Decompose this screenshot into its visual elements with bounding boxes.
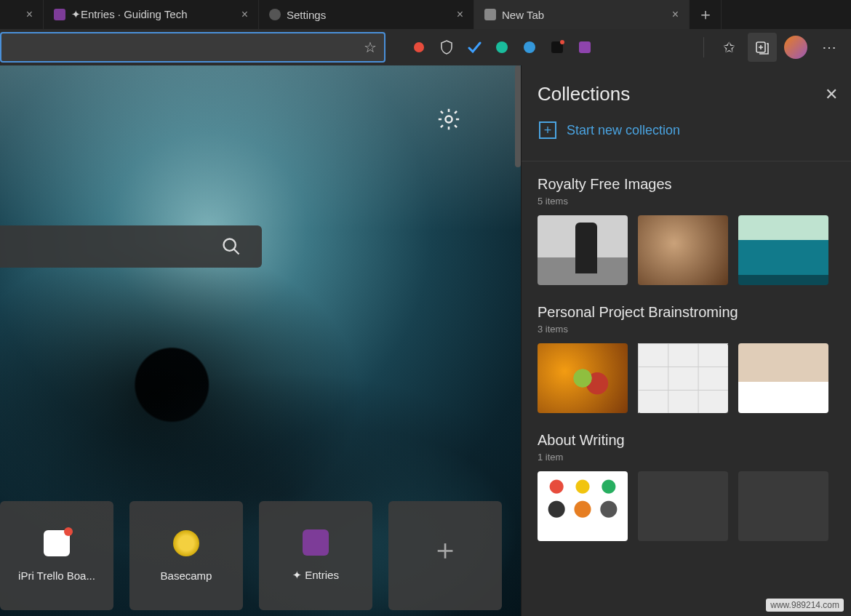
tab-2[interactable]: Settings ×: [259, 0, 474, 29]
svg-point-1: [445, 116, 452, 122]
close-icon[interactable]: ×: [457, 8, 463, 21]
newtab-favicon-icon: [484, 9, 496, 20]
search-icon: [221, 236, 241, 257]
close-icon[interactable]: ✕: [825, 85, 838, 104]
teal-circle-icon[interactable]: [490, 36, 514, 59]
tab-title: Settings: [287, 9, 326, 21]
panel-title: Collections: [538, 83, 630, 105]
close-icon[interactable]: ×: [672, 8, 679, 21]
tab-3-active[interactable]: New Tab ×: [474, 0, 690, 29]
collection-count: 3 items: [538, 324, 838, 335]
collection-thumbs: [538, 215, 838, 285]
divider: [522, 161, 851, 161]
thumbnail[interactable]: [638, 343, 728, 413]
collection-count: 5 items: [538, 196, 838, 207]
collections-button[interactable]: [748, 33, 777, 62]
collection-royalty-free-images[interactable]: Royalty Free Images 5 items: [538, 176, 838, 285]
collection-title: Royalty Free Images: [538, 176, 838, 193]
main-split: iPri Trello Boa... Basecamp ✦ Entries ＋ …: [0, 65, 851, 616]
thumbnail[interactable]: [538, 215, 628, 285]
rec-icon[interactable]: [407, 36, 431, 59]
tab-0[interactable]: ×: [0, 0, 44, 29]
thumbnail-placeholder: [638, 471, 728, 541]
trello-icon: [44, 530, 70, 556]
new-tab-page: iPri Trello Boa... Basecamp ✦ Entries ＋: [0, 65, 521, 616]
entries-favicon-icon: [54, 9, 65, 20]
purple-square-icon[interactable]: [573, 36, 596, 59]
svg-line-3: [234, 249, 239, 255]
tile-label: Basecamp: [136, 569, 236, 582]
watermark: www.989214.com: [766, 599, 844, 612]
collection-about-writing[interactable]: About Writing 1 item: [538, 432, 838, 541]
tile-label: iPri Trello Boa...: [7, 569, 106, 582]
thumbnail-placeholder: [738, 471, 828, 541]
more-menu-icon[interactable]: ⋯: [815, 33, 844, 62]
favorite-star-icon[interactable]: ☆: [364, 39, 377, 56]
profile-avatar[interactable]: [781, 33, 810, 62]
thumbnail[interactable]: [538, 343, 628, 413]
basecamp-icon: [173, 530, 199, 556]
collection-thumbs: [538, 343, 838, 413]
collection-title: Personal Project Brainstroming: [538, 304, 838, 321]
thumbnail[interactable]: [538, 471, 628, 541]
favorites-icon[interactable]: ✩: [714, 33, 743, 62]
tile-trello[interactable]: iPri Trello Boa...: [0, 501, 113, 610]
collection-thumbs: [538, 471, 838, 541]
quick-links: iPri Trello Boa... Basecamp ✦ Entries ＋: [0, 501, 502, 616]
toolbar-separator: [703, 37, 704, 57]
tab-strip: × ✦Entries · Guiding Tech × Settings × N…: [0, 0, 851, 29]
blue-circle-icon[interactable]: [518, 36, 541, 59]
tab-1[interactable]: ✦Entries · Guiding Tech ×: [44, 0, 259, 29]
ntp-search-box[interactable]: [0, 225, 262, 268]
collections-panel: Collections ✕ + Start new collection Roy…: [521, 65, 851, 616]
tab-title: New Tab: [502, 9, 544, 21]
svg-point-2: [224, 239, 236, 251]
settings-favicon-icon: [269, 9, 281, 20]
thumbnail[interactable]: [738, 215, 828, 285]
url-input[interactable]: [9, 41, 364, 54]
start-new-collection-label: Start new collection: [567, 123, 680, 138]
thumbnail[interactable]: [738, 343, 828, 413]
new-tab-button[interactable]: ＋: [690, 0, 722, 29]
collection-title: About Writing: [538, 432, 838, 449]
close-icon[interactable]: ×: [26, 8, 33, 21]
toolbar: ☆ ✩ ⋯: [0, 29, 851, 65]
tile-label: ✦ Entries: [265, 569, 365, 582]
dark-badge-icon[interactable]: [546, 36, 569, 59]
start-new-collection-button[interactable]: + Start new collection: [539, 121, 838, 139]
entries-icon: [303, 529, 329, 556]
tab-title: ✦Entries · Guiding Tech: [71, 8, 187, 21]
close-icon[interactable]: ×: [241, 8, 248, 21]
tile-add[interactable]: ＋: [388, 501, 502, 610]
plus-icon: ＋: [432, 536, 458, 562]
page-settings-gear-icon[interactable]: [435, 105, 463, 133]
checkmark-icon[interactable]: [463, 36, 486, 59]
thumbnail[interactable]: [638, 215, 728, 285]
tile-entries[interactable]: ✦ Entries: [259, 501, 372, 610]
collection-personal-project[interactable]: Personal Project Brainstroming 3 items: [538, 304, 838, 413]
address-bar[interactable]: ☆: [0, 32, 385, 63]
plus-icon: +: [539, 121, 556, 139]
collection-count: 1 item: [538, 452, 838, 463]
scrollbar[interactable]: [515, 65, 521, 167]
shield-icon[interactable]: [435, 36, 458, 59]
tile-basecamp[interactable]: Basecamp: [129, 501, 243, 610]
